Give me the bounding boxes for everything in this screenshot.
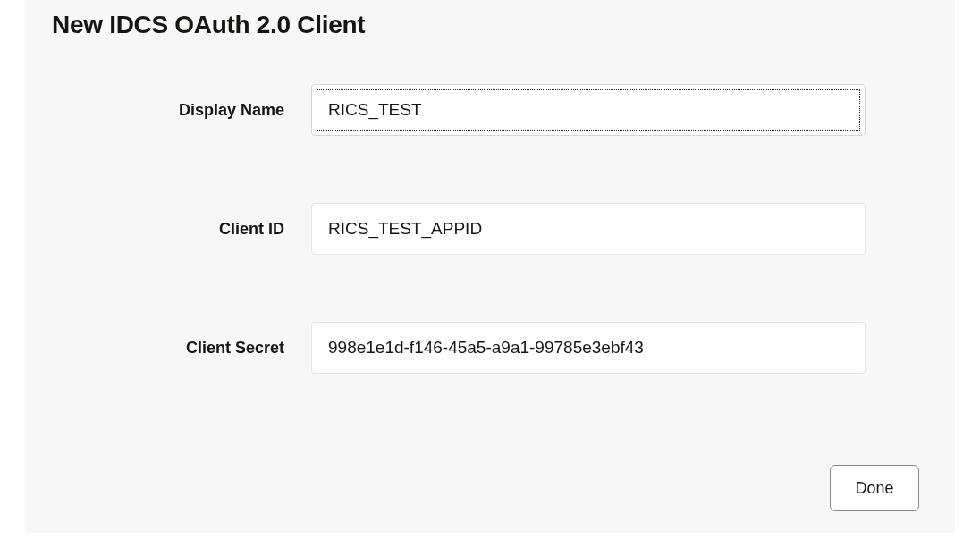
client-secret-row: Client Secret 998e1e1d-f146-45a5-a9a1-99… — [52, 322, 928, 374]
client-secret-value[interactable]: 998e1e1d-f146-45a5-a9a1-99785e3ebf43 — [311, 322, 866, 374]
dialog-button-row: Done — [830, 465, 919, 511]
client-id-label: Client ID — [52, 220, 311, 239]
display-name-row: Display Name — [52, 84, 928, 136]
display-name-input-wrapper — [311, 84, 866, 136]
client-id-row: Client ID RICS_TEST_APPID — [52, 203, 928, 255]
display-name-input[interactable] — [311, 84, 866, 136]
client-id-value[interactable]: RICS_TEST_APPID — [311, 203, 866, 255]
client-secret-label: Client Secret — [52, 339, 311, 358]
display-name-label: Display Name — [52, 101, 311, 120]
done-button[interactable]: Done — [830, 465, 919, 511]
dialog-title: New IDCS OAuth 2.0 Client — [52, 11, 928, 39]
new-oauth-client-dialog: New IDCS OAuth 2.0 Client Display Name C… — [25, 0, 955, 533]
